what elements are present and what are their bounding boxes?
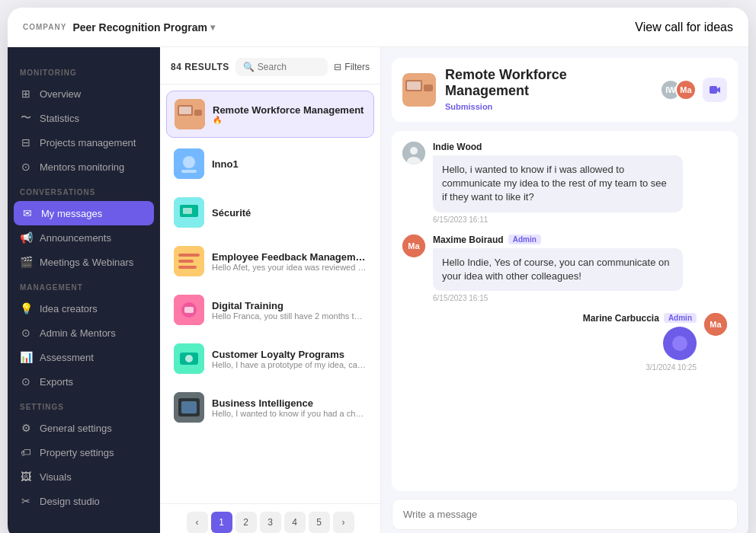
next-page-button[interactable]: › — [333, 512, 354, 533]
page-1-button[interactable]: 1 — [211, 512, 232, 533]
list-item[interactable]: Employee Feedback Management Hello Afet,… — [166, 238, 374, 284]
sidebar-label-projects: Projects management — [40, 137, 136, 148]
sidebar-label-property-settings: Property settings — [40, 447, 114, 458]
video-action-button[interactable] — [703, 78, 727, 102]
chat-message: Ma Maxime Boiraud Admin Hello Indie, Yes… — [402, 235, 727, 302]
list-item[interactable]: Customer Loyalty Programs Hello, I have … — [166, 336, 374, 381]
prev-page-button[interactable]: ‹ — [187, 512, 208, 533]
sidebar-label-my-messages: My messages — [41, 208, 102, 219]
filter-icon: ⊟ — [334, 62, 341, 72]
search-box[interactable]: 🔍 — [235, 58, 328, 76]
list-item[interactable]: Remote Workforce Management 🔥 — [166, 91, 374, 138]
sidebar-item-admin-mentors[interactable]: ⊙ Admin & Mentors — [8, 321, 160, 345]
avatar-stack: IW Ma — [660, 79, 697, 101]
list-item[interactable]: Sécurité — [166, 190, 374, 235]
svg-rect-22 — [181, 401, 197, 413]
general-settings-icon: ⚙ — [20, 422, 32, 434]
chat-timestamp: 3/1/2024 10:25 — [645, 363, 697, 372]
results-count: 84 RESULTS — [171, 62, 229, 72]
statistics-icon: 〜 — [20, 112, 32, 124]
sidebar-item-meetings[interactable]: 🎬 Meetings & Webinars — [8, 250, 160, 274]
overview-icon: ⊞ — [20, 88, 32, 100]
sidebar-label-admin-mentors: Admin & Mentors — [40, 327, 116, 339]
chat-avatar — [402, 142, 425, 164]
visuals-icon: 🖼 — [20, 471, 32, 483]
chat-sender-name: Marine Carbuccia Admin — [583, 313, 697, 324]
admin-mentors-icon: ⊙ — [20, 327, 32, 339]
item-thumbnail — [174, 246, 204, 276]
sidebar-label-meetings: Meetings & Webinars — [40, 257, 133, 268]
sidebar-item-exports[interactable]: ⊙ Exports — [8, 369, 160, 394]
sidebar-label-idea-creators: Idea creators — [40, 303, 98, 314]
messages-icon: ✉ — [21, 207, 34, 219]
sidebar-label-design-studio: Design studio — [40, 496, 100, 507]
item-title: Inno1 — [212, 158, 367, 170]
svg-rect-27 — [710, 86, 717, 94]
content-area: 84 RESULTS 🔍 ⊟ Filters — [160, 47, 748, 533]
page-3-button[interactable]: 3 — [260, 512, 281, 533]
meetings-icon: 🎬 — [20, 256, 32, 268]
sidebar-item-announcements[interactable]: 📢 Announcements — [8, 225, 160, 250]
sidebar-item-idea-creators[interactable]: 💡 Idea creators — [8, 296, 160, 321]
topbar: company Peer Recognition Program ▾ View … — [8, 8, 748, 47]
item-preview: Hello Afet, yes your idea was reviewed a… — [212, 263, 367, 272]
list-item[interactable]: Business Intelligence Hello, I wanted to… — [166, 385, 374, 430]
sidebar-item-assessment[interactable]: 📊 Assessment — [8, 345, 160, 369]
message-input[interactable] — [403, 509, 726, 520]
chat-message: Ma Marine Carbuccia Admin — [402, 313, 727, 372]
svg-point-5 — [183, 156, 195, 168]
sidebar-item-statistics[interactable]: 〜 Statistics — [8, 106, 160, 130]
list-item[interactable]: Digital Training Hello Franca, you still… — [166, 287, 374, 333]
svg-rect-26 — [424, 85, 433, 91]
page-4-button[interactable]: 4 — [284, 512, 306, 533]
svg-rect-25 — [407, 81, 421, 90]
chat-timestamp: 6/15/2023 16:11 — [433, 215, 727, 224]
svg-point-19 — [185, 355, 193, 362]
item-info: Employee Feedback Management Hello Afet,… — [212, 251, 367, 272]
sidebar-label-visuals: Visuals — [40, 471, 72, 483]
conversations-section-title: CONVERSATIONS — [8, 179, 160, 201]
sidebar-item-overview[interactable]: ⊞ Overview — [8, 81, 160, 106]
view-call-link[interactable]: View call for ideas — [635, 21, 733, 34]
item-tag: 🔥 — [213, 116, 366, 124]
svg-point-35 — [672, 336, 687, 351]
svg-text:Ma: Ma — [710, 320, 722, 329]
item-info: Remote Workforce Management 🔥 — [213, 104, 366, 124]
sidebar-item-visuals[interactable]: 🖼 Visuals — [8, 464, 160, 489]
filter-button[interactable]: ⊟ Filters — [334, 62, 370, 72]
chevron-down-icon[interactable]: ▾ — [210, 22, 215, 33]
sidebar-item-general-settings[interactable]: ⚙ General settings — [8, 416, 160, 440]
app-container: company Peer Recognition Program ▾ View … — [8, 8, 748, 533]
svg-rect-11 — [178, 254, 200, 257]
sidebar-label-mentors: Mentors monitoring — [40, 161, 124, 173]
sidebar-label-statistics: Statistics — [40, 113, 79, 124]
main-layout: MONITORING ⊞ Overview 〜 Statistics ⊟ Pro… — [8, 47, 748, 533]
item-info: Digital Training Hello Franca, you still… — [212, 300, 367, 321]
page-5-button[interactable]: 5 — [309, 512, 330, 533]
admin-badge: Admin — [664, 313, 697, 323]
sidebar-item-mentors[interactable]: ⊙ Mentors monitoring — [8, 155, 160, 179]
item-title: Employee Feedback Management — [212, 251, 367, 263]
search-icon: 🔍 — [243, 62, 255, 72]
panel-header: 84 RESULTS 🔍 ⊟ Filters — [160, 47, 380, 85]
projects-icon: ⊟ — [20, 136, 32, 148]
message-list-panel: 84 RESULTS 🔍 ⊟ Filters — [160, 47, 381, 533]
search-input[interactable] — [258, 62, 321, 72]
sidebar-item-my-messages[interactable]: ✉ My messages — [14, 201, 154, 225]
list-item[interactable]: Inno1 — [166, 141, 374, 187]
sidebar-label-exports: Exports — [40, 376, 73, 388]
detail-header: Remote Workforce Management Submission I… — [392, 58, 738, 122]
admin-badge: Admin — [508, 235, 541, 244]
sidebar-item-property-settings[interactable]: 🏷 Property settings — [8, 440, 160, 464]
page-2-button[interactable]: 2 — [235, 512, 257, 533]
chat-message: Indie Wood Hello, i wanted to know if i … — [402, 142, 727, 224]
sidebar-item-projects[interactable]: ⊟ Projects management — [8, 130, 160, 155]
item-title: Digital Training — [212, 300, 367, 311]
assessment-icon: 📊 — [20, 351, 32, 363]
avatar: Ma — [675, 79, 697, 101]
sidebar-item-design-studio[interactable]: ✂ Design studio — [8, 489, 160, 513]
chat-avatar: Ma — [402, 235, 425, 257]
item-thumbnail — [175, 99, 205, 129]
item-info: Sécurité — [212, 207, 367, 219]
chat-content: Marine Carbuccia Admin 3/1/2024 10:25 — [402, 313, 697, 372]
